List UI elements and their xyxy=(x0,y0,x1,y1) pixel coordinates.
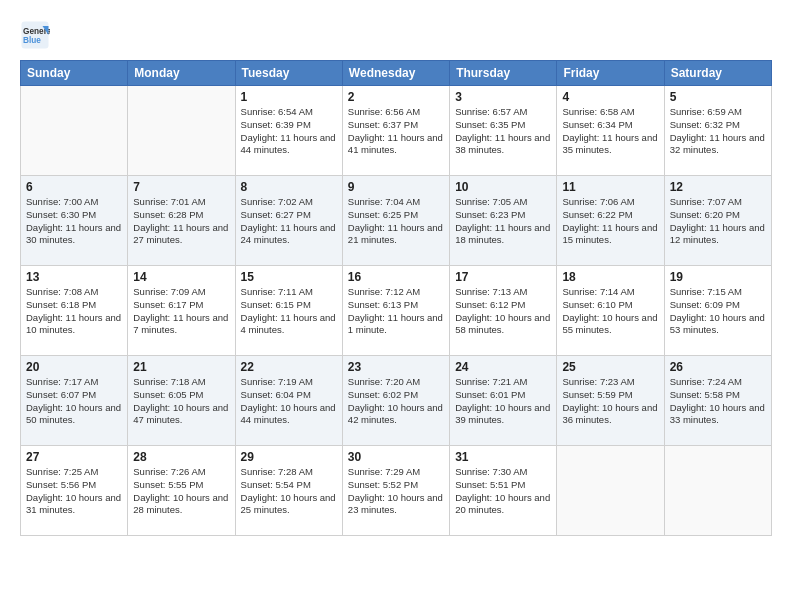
day-info: Sunrise: 7:17 AM Sunset: 6:07 PM Dayligh… xyxy=(26,376,122,427)
calendar-cell: 15Sunrise: 7:11 AM Sunset: 6:15 PM Dayli… xyxy=(235,266,342,356)
calendar-cell: 22Sunrise: 7:19 AM Sunset: 6:04 PM Dayli… xyxy=(235,356,342,446)
calendar-cell: 7Sunrise: 7:01 AM Sunset: 6:28 PM Daylig… xyxy=(128,176,235,266)
day-number: 19 xyxy=(670,270,766,284)
calendar-cell xyxy=(128,86,235,176)
day-info: Sunrise: 6:57 AM Sunset: 6:35 PM Dayligh… xyxy=(455,106,551,157)
calendar-cell: 26Sunrise: 7:24 AM Sunset: 5:58 PM Dayli… xyxy=(664,356,771,446)
calendar-cell: 20Sunrise: 7:17 AM Sunset: 6:07 PM Dayli… xyxy=(21,356,128,446)
calendar-cell: 23Sunrise: 7:20 AM Sunset: 6:02 PM Dayli… xyxy=(342,356,449,446)
calendar-cell: 9Sunrise: 7:04 AM Sunset: 6:25 PM Daylig… xyxy=(342,176,449,266)
day-info: Sunrise: 6:59 AM Sunset: 6:32 PM Dayligh… xyxy=(670,106,766,157)
calendar-cell: 24Sunrise: 7:21 AM Sunset: 6:01 PM Dayli… xyxy=(450,356,557,446)
day-info: Sunrise: 7:15 AM Sunset: 6:09 PM Dayligh… xyxy=(670,286,766,337)
weekday-header-wednesday: Wednesday xyxy=(342,61,449,86)
day-info: Sunrise: 7:02 AM Sunset: 6:27 PM Dayligh… xyxy=(241,196,337,247)
calendar-cell: 8Sunrise: 7:02 AM Sunset: 6:27 PM Daylig… xyxy=(235,176,342,266)
calendar-cell: 21Sunrise: 7:18 AM Sunset: 6:05 PM Dayli… xyxy=(128,356,235,446)
calendar-cell: 2Sunrise: 6:56 AM Sunset: 6:37 PM Daylig… xyxy=(342,86,449,176)
calendar-cell: 14Sunrise: 7:09 AM Sunset: 6:17 PM Dayli… xyxy=(128,266,235,356)
calendar-cell: 1Sunrise: 6:54 AM Sunset: 6:39 PM Daylig… xyxy=(235,86,342,176)
day-number: 29 xyxy=(241,450,337,464)
day-number: 30 xyxy=(348,450,444,464)
day-info: Sunrise: 7:00 AM Sunset: 6:30 PM Dayligh… xyxy=(26,196,122,247)
week-row-4: 20Sunrise: 7:17 AM Sunset: 6:07 PM Dayli… xyxy=(21,356,772,446)
day-number: 28 xyxy=(133,450,229,464)
calendar-body: 1Sunrise: 6:54 AM Sunset: 6:39 PM Daylig… xyxy=(21,86,772,536)
day-number: 10 xyxy=(455,180,551,194)
day-info: Sunrise: 7:04 AM Sunset: 6:25 PM Dayligh… xyxy=(348,196,444,247)
day-number: 12 xyxy=(670,180,766,194)
calendar-cell: 31Sunrise: 7:30 AM Sunset: 5:51 PM Dayli… xyxy=(450,446,557,536)
logo: General Blue xyxy=(20,20,54,50)
day-info: Sunrise: 7:28 AM Sunset: 5:54 PM Dayligh… xyxy=(241,466,337,517)
day-info: Sunrise: 7:13 AM Sunset: 6:12 PM Dayligh… xyxy=(455,286,551,337)
calendar-cell xyxy=(21,86,128,176)
day-number: 24 xyxy=(455,360,551,374)
day-number: 5 xyxy=(670,90,766,104)
day-info: Sunrise: 7:18 AM Sunset: 6:05 PM Dayligh… xyxy=(133,376,229,427)
day-info: Sunrise: 7:11 AM Sunset: 6:15 PM Dayligh… xyxy=(241,286,337,337)
calendar-cell: 19Sunrise: 7:15 AM Sunset: 6:09 PM Dayli… xyxy=(664,266,771,356)
day-info: Sunrise: 7:05 AM Sunset: 6:23 PM Dayligh… xyxy=(455,196,551,247)
weekday-header-monday: Monday xyxy=(128,61,235,86)
day-number: 8 xyxy=(241,180,337,194)
day-info: Sunrise: 7:29 AM Sunset: 5:52 PM Dayligh… xyxy=(348,466,444,517)
calendar-header: SundayMondayTuesdayWednesdayThursdayFrid… xyxy=(21,61,772,86)
logo-icon: General Blue xyxy=(20,20,50,50)
day-number: 20 xyxy=(26,360,122,374)
day-number: 21 xyxy=(133,360,229,374)
day-info: Sunrise: 7:21 AM Sunset: 6:01 PM Dayligh… xyxy=(455,376,551,427)
day-number: 31 xyxy=(455,450,551,464)
calendar-cell: 16Sunrise: 7:12 AM Sunset: 6:13 PM Dayli… xyxy=(342,266,449,356)
day-number: 9 xyxy=(348,180,444,194)
day-info: Sunrise: 7:26 AM Sunset: 5:55 PM Dayligh… xyxy=(133,466,229,517)
day-number: 11 xyxy=(562,180,658,194)
day-info: Sunrise: 6:58 AM Sunset: 6:34 PM Dayligh… xyxy=(562,106,658,157)
day-info: Sunrise: 7:14 AM Sunset: 6:10 PM Dayligh… xyxy=(562,286,658,337)
calendar-cell: 17Sunrise: 7:13 AM Sunset: 6:12 PM Dayli… xyxy=(450,266,557,356)
calendar-cell: 18Sunrise: 7:14 AM Sunset: 6:10 PM Dayli… xyxy=(557,266,664,356)
weekday-header-saturday: Saturday xyxy=(664,61,771,86)
day-number: 13 xyxy=(26,270,122,284)
day-info: Sunrise: 7:20 AM Sunset: 6:02 PM Dayligh… xyxy=(348,376,444,427)
calendar-cell: 12Sunrise: 7:07 AM Sunset: 6:20 PM Dayli… xyxy=(664,176,771,266)
calendar-cell: 30Sunrise: 7:29 AM Sunset: 5:52 PM Dayli… xyxy=(342,446,449,536)
day-info: Sunrise: 7:09 AM Sunset: 6:17 PM Dayligh… xyxy=(133,286,229,337)
calendar-cell: 25Sunrise: 7:23 AM Sunset: 5:59 PM Dayli… xyxy=(557,356,664,446)
calendar-cell: 29Sunrise: 7:28 AM Sunset: 5:54 PM Dayli… xyxy=(235,446,342,536)
day-number: 15 xyxy=(241,270,337,284)
page-header: General Blue xyxy=(20,20,772,50)
day-info: Sunrise: 7:25 AM Sunset: 5:56 PM Dayligh… xyxy=(26,466,122,517)
week-row-3: 13Sunrise: 7:08 AM Sunset: 6:18 PM Dayli… xyxy=(21,266,772,356)
day-number: 3 xyxy=(455,90,551,104)
calendar-cell: 5Sunrise: 6:59 AM Sunset: 6:32 PM Daylig… xyxy=(664,86,771,176)
calendar-cell xyxy=(664,446,771,536)
day-info: Sunrise: 7:30 AM Sunset: 5:51 PM Dayligh… xyxy=(455,466,551,517)
day-info: Sunrise: 7:06 AM Sunset: 6:22 PM Dayligh… xyxy=(562,196,658,247)
calendar-cell xyxy=(557,446,664,536)
day-number: 22 xyxy=(241,360,337,374)
day-info: Sunrise: 7:24 AM Sunset: 5:58 PM Dayligh… xyxy=(670,376,766,427)
day-number: 4 xyxy=(562,90,658,104)
day-info: Sunrise: 7:01 AM Sunset: 6:28 PM Dayligh… xyxy=(133,196,229,247)
day-number: 26 xyxy=(670,360,766,374)
calendar-cell: 28Sunrise: 7:26 AM Sunset: 5:55 PM Dayli… xyxy=(128,446,235,536)
week-row-1: 1Sunrise: 6:54 AM Sunset: 6:39 PM Daylig… xyxy=(21,86,772,176)
day-number: 1 xyxy=(241,90,337,104)
day-number: 14 xyxy=(133,270,229,284)
svg-text:Blue: Blue xyxy=(23,36,41,45)
day-number: 16 xyxy=(348,270,444,284)
day-info: Sunrise: 7:19 AM Sunset: 6:04 PM Dayligh… xyxy=(241,376,337,427)
day-number: 6 xyxy=(26,180,122,194)
calendar-cell: 3Sunrise: 6:57 AM Sunset: 6:35 PM Daylig… xyxy=(450,86,557,176)
day-info: Sunrise: 6:56 AM Sunset: 6:37 PM Dayligh… xyxy=(348,106,444,157)
calendar-cell: 4Sunrise: 6:58 AM Sunset: 6:34 PM Daylig… xyxy=(557,86,664,176)
day-info: Sunrise: 7:08 AM Sunset: 6:18 PM Dayligh… xyxy=(26,286,122,337)
day-number: 25 xyxy=(562,360,658,374)
calendar-cell: 11Sunrise: 7:06 AM Sunset: 6:22 PM Dayli… xyxy=(557,176,664,266)
day-number: 27 xyxy=(26,450,122,464)
day-info: Sunrise: 7:07 AM Sunset: 6:20 PM Dayligh… xyxy=(670,196,766,247)
day-number: 7 xyxy=(133,180,229,194)
calendar-cell: 10Sunrise: 7:05 AM Sunset: 6:23 PM Dayli… xyxy=(450,176,557,266)
weekday-header-friday: Friday xyxy=(557,61,664,86)
